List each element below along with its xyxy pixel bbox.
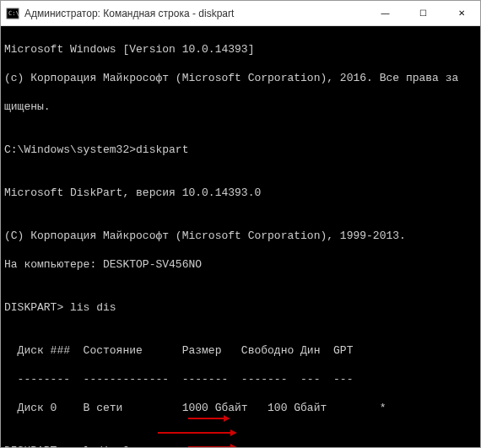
console-line: (C) Корпорация Майкрософт (Microsoft Cor…	[4, 229, 477, 243]
annotation-arrow-icon	[188, 386, 230, 447]
minimize-button[interactable]: —	[366, 1, 404, 25]
titlebar[interactable]: C:\ Администратор: Командная строка - di…	[1, 1, 480, 26]
svg-marker-3	[224, 415, 230, 422]
console-line: -------- ------------- ------- ------- -…	[4, 372, 477, 386]
svg-text:C:\: C:\	[8, 10, 19, 17]
console-line: Диск ### Состояние Размер Свободно Дин G…	[4, 343, 477, 358]
console-output[interactable]: Microsoft Windows [Version 10.0.14393] (…	[1, 26, 480, 447]
console-window: C:\ Администратор: Командная строка - di…	[0, 0, 481, 448]
console-line: Microsoft Windows [Version 10.0.14393]	[4, 42, 477, 57]
svg-marker-5	[230, 429, 237, 436]
console-line: На компьютере: DESKTOP-SV456NO	[4, 257, 477, 272]
window-controls: — ☐ ✕	[366, 1, 480, 25]
console-line: DISKPART> lis dis	[4, 300, 477, 315]
console-icon: C:\	[6, 7, 19, 20]
console-line: щищены.	[4, 100, 477, 114]
maximize-button[interactable]: ☐	[404, 1, 442, 25]
console-line: Microsoft DiskPart, версия 10.0.14393.0	[4, 186, 477, 200]
console-line: Диск 0 В сети 1000 Gбайт 100 Gбайт *	[4, 401, 477, 415]
close-button[interactable]: ✕	[442, 1, 480, 25]
console-line: C:\Windows\system32>diskpart	[4, 143, 477, 157]
console-line: (c) Корпорация Майкрософт (Microsoft Cor…	[4, 71, 477, 85]
annotation-arrow-icon	[188, 414, 237, 447]
console-line: DISKPART> sel dis 0	[4, 444, 477, 447]
window-title: Администратор: Командная строка - diskpa…	[24, 8, 366, 19]
